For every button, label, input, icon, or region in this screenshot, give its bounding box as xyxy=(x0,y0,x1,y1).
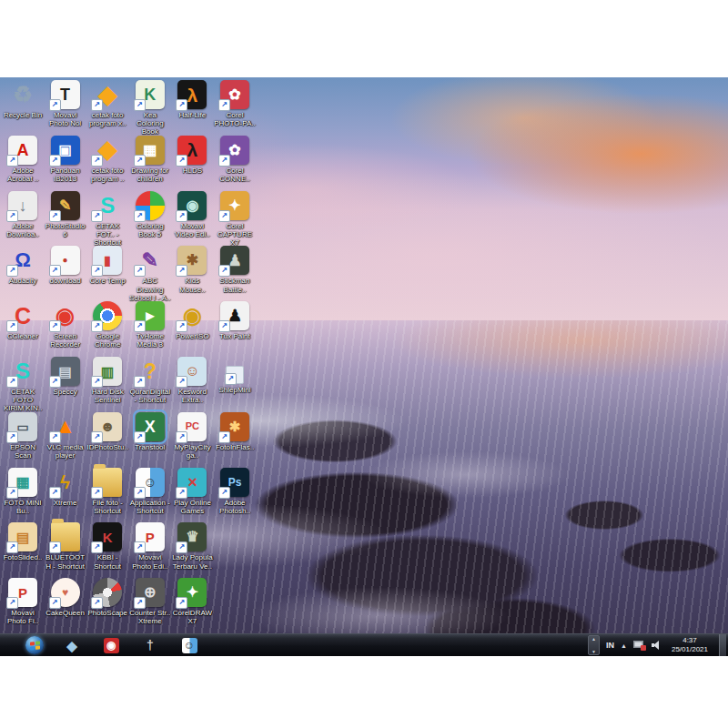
desktop-icon-screen-recorder[interactable]: ◉↗Screen Recorder xyxy=(45,301,86,349)
show-desktop-button[interactable] xyxy=(719,634,726,656)
poweriso-disc-icon: ◉↗ xyxy=(177,301,207,330)
icon-label: Kea Coloring Book xyxy=(129,111,171,136)
desktop-icon-epson-scan[interactable]: ▭↗EPSON Scan xyxy=(2,412,44,460)
desktop-icon-cetak-foto-program[interactable]: ◆↗cetak foto program .. xyxy=(86,136,128,183)
foto-slides-icon: ▤↗ xyxy=(8,522,37,551)
desktop-icon-idphotostu[interactable]: ☻↗IDPhotoStu.. xyxy=(86,412,128,451)
desktop-icon-stickman-battle[interactable]: ♟↗Stickman Battle.. xyxy=(214,246,256,293)
desktop-icon-google-chrome[interactable]: ↗Google Chrome xyxy=(86,301,128,349)
desktop-icon-file-foto-shortcut[interactable]: ↗File foto - Shortcut xyxy=(86,468,128,515)
shortcut-arrow-icon: ↗ xyxy=(134,431,146,443)
icon-label: Adobe Downloa.. xyxy=(2,222,44,238)
network-status-icon[interactable] xyxy=(633,641,645,650)
desktop-icon-cetak-fot-shortcut[interactable]: S↗CETAK FOT.. - Shortcut xyxy=(86,191,128,248)
coreldraw-x7-icon: ✦↗ xyxy=(177,578,207,607)
desktop-icon-adobe-acrobat[interactable]: A↗Adobe Acrobat .. xyxy=(2,136,44,183)
shortcut-arrow-icon: ↗ xyxy=(49,210,61,222)
language-indicator[interactable]: IN xyxy=(606,641,614,650)
shortcut-arrow-icon: ↗ xyxy=(134,265,146,277)
desktop-icon-corel-capture-x7[interactable]: ✦↗Corel CAPTURE X7 xyxy=(214,191,256,248)
desktop-icon-counter-str-xtreme[interactable]: ⊕↗Counter Str.. Xtreme xyxy=(129,578,171,625)
scroll-up-icon: ▲ xyxy=(592,636,596,642)
panduan-ib2013-icon: ▣↗ xyxy=(51,136,80,165)
desktop-icon-panduan-ib2013[interactable]: ▣↗Panduan IB2013 xyxy=(45,136,86,183)
desktop-icon-myplaycity-ga[interactable]: PC↗MyPlayCity ga.. xyxy=(171,412,213,460)
desktop-icon-tvhome-media-3[interactable]: ▶↗TvHome Media 3 xyxy=(129,301,171,349)
desktop-icon-coreldraw-x7[interactable]: ✦↗CorelDRAW X7 xyxy=(171,578,213,625)
scroll-down-icon: ▼ xyxy=(592,649,596,654)
pinned-app-finder[interactable]: ☺ xyxy=(177,637,201,654)
desktop-icon-qurandigital-shortcut[interactable]: ?↗QuranDigital - Shortcut xyxy=(129,357,171,404)
desktop-icon-fotoinflas[interactable]: ✱↗FotoInFlas.. xyxy=(214,412,256,451)
shortcut-arrow-icon: ↗ xyxy=(49,597,61,609)
desktop-icon-kea-coloring-book[interactable]: K↗Kea Coloring Book xyxy=(129,80,171,136)
desktop-icon-cakequeen[interactable]: ♥↗CakeQueen xyxy=(45,578,86,617)
desktop-icon-tux-paint[interactable]: ♟↗Tux Paint xyxy=(214,301,256,340)
desktop-icon-recycle-bin[interactable]: ♻Recycle Bin xyxy=(2,80,44,119)
desktop-icon-movavi-photo-fi[interactable]: P↗Movavi Photo Fi.. xyxy=(2,578,44,625)
pinned-app-tower[interactable]: † xyxy=(138,637,162,654)
desktop-icon-abc-drawing-school-i-a[interactable]: ✎↗ABC Drawing School I - A.. xyxy=(129,246,171,302)
icon-label: PhotoScape xyxy=(86,609,128,617)
kids-game-characters-icon: ☺↗ xyxy=(177,357,207,386)
id-photo-portrait-icon: ☻↗ xyxy=(93,412,122,441)
play-online-games-icon: ×↗ xyxy=(177,468,207,497)
desktop-icon-foto-mini-bu[interactable]: ▦↗FOTO MINI Bu.. xyxy=(2,468,44,515)
desktop[interactable]: ♻Recycle BinT↗Movavi Photo Noi◆↗cetak fo… xyxy=(0,77,728,656)
foto-mini-swatch-icon: ▦↗ xyxy=(8,468,37,497)
desktop-icon-half-life[interactable]: λ↗Half-Life xyxy=(171,80,213,119)
desktop-icon-movavi-photo-noi[interactable]: T↗Movavi Photo Noi xyxy=(45,80,86,127)
desktop-icon-cetak-foto-kirim-kin[interactable]: S↗CETAK FOTO KIRIM KIN.. xyxy=(2,357,44,413)
shortcut-arrow-icon: ↗ xyxy=(6,541,18,553)
desktop-icon-kbbi-shortcut[interactable]: K↗KBBI - Shortcut xyxy=(86,522,128,570)
desktop-icon-audacity[interactable]: Ω↗Audacity xyxy=(2,246,44,285)
tray-scroll-widget[interactable]: ▲ ▼ xyxy=(588,635,600,655)
shortcut-arrow-icon: ↗ xyxy=(134,155,146,167)
desktop-icon-download[interactable]: ●↗download xyxy=(45,246,86,285)
desktop-icon-photostudio-6[interactable]: ✎↗PhotoStudio 6 xyxy=(45,191,86,238)
desktop-icon-photoscape[interactable]: ↗PhotoScape xyxy=(86,578,128,617)
icon-label: Xtreme xyxy=(45,499,86,507)
taskbar-clock[interactable]: 4:37 25/01/2021 xyxy=(669,636,711,654)
desktop-icon-movavi-video-edi[interactable]: ◉↗Movavi Video Edi.. xyxy=(171,191,213,238)
desktop-icon-hlds[interactable]: λ↗HLDS xyxy=(171,136,213,175)
shortcut-arrow-icon: ↗ xyxy=(49,376,61,388)
pinned-app-diamond[interactable]: ◆ xyxy=(60,637,84,654)
icon-label: Coloring Book 5 xyxy=(129,222,171,238)
desktop-icon-vlc-media-player[interactable]: ▲↗VLC media player xyxy=(45,412,86,460)
desktop-icon-movavi-photo-edi[interactable]: P↗Movavi Photo Edi.. xyxy=(129,522,171,570)
desktop-icon-kids-mouse[interactable]: ✱↗Kids Mouse.. xyxy=(171,246,213,293)
icon-label: Lady Popula Terbaru Ve.. xyxy=(171,553,213,570)
icon-label: ABC Drawing School I - A.. xyxy=(129,277,171,302)
desktop-icon-ccleaner[interactable]: C↗CCleaner xyxy=(2,301,44,340)
desktop-icon-adobe-photosh[interactable]: Ps↗Adobe Photosh.. xyxy=(214,468,256,515)
desktop-icon-cetak-foto-program-x[interactable]: ◆↗cetak foto program x.. xyxy=(86,80,128,127)
desktop-icon-lady-popula-terbaru-ve[interactable]: ♛↗Lady Popula Terbaru Ve.. xyxy=(171,522,213,570)
desktop-icon-coloring-book-5[interactable]: ↗Coloring Book 5 xyxy=(129,191,171,238)
pinned-app-screen-recorder[interactable]: ◉ xyxy=(99,637,123,654)
desktop-icon-speccy[interactable]: ▤↗Speccy xyxy=(45,357,86,396)
desktop-icon-play-online-games[interactable]: ×↗Play Online Games xyxy=(171,468,213,515)
desktop-icon-transtool[interactable]: X↗Transtool xyxy=(129,412,171,451)
icon-label: Play Online Games xyxy=(171,499,213,515)
desktop-icon-hard-disk-sentinel[interactable]: ▥↗Hard Disk Sentinel xyxy=(86,357,128,404)
desktop-icon-adobe-downloa[interactable]: ↓↗Adobe Downloa.. xyxy=(2,191,44,238)
start-button[interactable] xyxy=(25,636,44,654)
shortcut-arrow-icon: ↗ xyxy=(218,265,230,277)
desktop-icon-shlepmini[interactable]: ↗ShlepMini xyxy=(214,357,256,394)
hidden-icons-chevron-icon[interactable]: ▲ xyxy=(621,642,627,649)
desktop-icon-drawing-for-children[interactable]: ▦↗Drawing for children xyxy=(129,136,171,183)
desktop-icon-corel-photo-pa[interactable]: ✿↗Corel PHOTO-PA.. xyxy=(214,80,256,127)
desktop-icon-corel-conne[interactable]: ✿↗Corel CONNE.. xyxy=(214,136,256,183)
desktop-icon-xtreme[interactable]: ϟ↗Xtreme xyxy=(45,468,86,507)
desktop-icon-core-temp[interactable]: ▮↗Core Temp xyxy=(86,246,128,285)
icon-label: Movavi Photo Edi.. xyxy=(129,553,171,570)
desktop-icon-poweriso[interactable]: ◉↗PowerISO xyxy=(171,301,213,340)
desktop-icon-kesword-extra[interactable]: ☺↗Kesword Extra.. xyxy=(171,357,213,404)
volume-icon[interactable] xyxy=(652,641,662,650)
drawing-for-children-icon: ▦↗ xyxy=(136,136,165,165)
desktop-icon-application-shortcut[interactable]: ☺↗Application - Shortcut xyxy=(129,468,171,515)
desktop-icon-bluetooth-shortcut[interactable]: ↗BLUETOOTH - Shortcut xyxy=(45,522,86,570)
desktop-icon-fotoslided[interactable]: ▤↗FotoSlided.. xyxy=(2,522,44,561)
shortcut-arrow-icon: ↗ xyxy=(218,320,230,332)
